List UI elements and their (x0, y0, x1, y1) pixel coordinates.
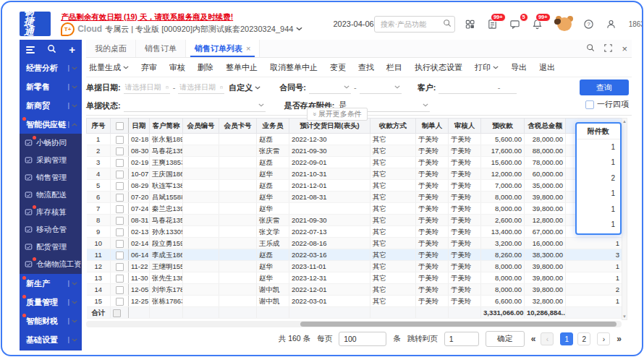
table-row[interactable]: 1106-14李成玉186...赵磊2022-03-16其它于美玲于美玲8,26… (87, 249, 622, 261)
one-row-four-checkbox[interactable] (585, 100, 594, 109)
row-checkbox[interactable] (116, 136, 124, 144)
column-header-会员编号[interactable]: 会员编号 (183, 119, 219, 134)
sidebar-item-6[interactable]: 配货管理 (20, 238, 82, 256)
search-icon[interactable] (443, 17, 452, 30)
contract-from-select[interactable] (309, 82, 351, 94)
sidebar-group-bottom-2[interactable]: 智能财税| (20, 311, 82, 330)
sidebar-item-0[interactable]: 小畅协同 (20, 134, 82, 152)
date-preset-select[interactable]: 自定义 (229, 82, 260, 93)
row-checkbox[interactable] (116, 217, 124, 225)
scroll-up-icon[interactable]: ▲ (622, 119, 627, 124)
sidebar-group-top-1[interactable]: 新零售| (20, 77, 82, 96)
date-from-input[interactable]: 请选择日期 (124, 82, 170, 94)
row-checkbox[interactable] (116, 159, 124, 167)
table-row[interactable]: 1311-30张先生138...赵华2023-12-31其它于美玲于美玲8,00… (87, 272, 622, 284)
close-icon[interactable]: × (622, 45, 627, 53)
table-row[interactable]: 1512-25张栋17863谢中凯2022-03-01其它于美玲于美玲6,600… (87, 296, 622, 307)
sidebar-search-icon[interactable] (47, 43, 56, 56)
horizontal-scrollbar[interactable] (86, 321, 622, 327)
query-button[interactable]: 查询 (580, 79, 629, 95)
column-header-select[interactable] (111, 119, 129, 134)
header-checkbox[interactable] (116, 122, 124, 130)
tab-0[interactable]: 我的桌面 (86, 40, 136, 57)
toolbar-button-10[interactable]: 打印 (475, 62, 499, 73)
row-checkbox[interactable] (116, 263, 124, 271)
row-checkbox[interactable] (116, 171, 124, 178)
contract-to-select[interactable] (360, 82, 402, 94)
account-selector[interactable]: T+ Cloud 专属云 | 专业版 [000920]内部测试账套2023032… (61, 22, 302, 36)
sidebar-group-bottom-1[interactable]: 质量管理| (20, 293, 82, 311)
workbench-icon[interactable] (464, 17, 477, 30)
sidebar-group-bottom-0[interactable]: 新生产| (20, 274, 82, 293)
sidebar-item-1[interactable]: 采购管理 (20, 152, 82, 169)
column-header-收款方式[interactable]: 收款方式 (370, 119, 416, 134)
column-header-业务员[interactable]: 业务员 (257, 119, 289, 134)
jump-page-input[interactable] (444, 332, 479, 346)
sidebar-item-5[interactable]: 移动仓管 (20, 221, 82, 238)
sidebar-item-2[interactable]: 销售管理 (20, 169, 82, 186)
vertical-scrollbar[interactable]: ▲▼ (622, 118, 627, 320)
tab-1[interactable]: 销售订单 (136, 40, 186, 57)
next-page-button[interactable]: › (597, 332, 610, 345)
sidebar-item-4[interactable]: 库存核算 (20, 204, 82, 221)
row-checkbox[interactable] (116, 251, 124, 259)
toolbar-button-6[interactable]: 变更 (330, 62, 346, 73)
bell-icon[interactable]: 99+ (531, 17, 544, 30)
column-header-日期[interactable]: 日期 (129, 119, 150, 134)
mascot-icon[interactable] (554, 16, 573, 33)
row-checkbox[interactable] (116, 240, 124, 248)
toolbar-button-8[interactable]: 栏目 (386, 62, 402, 73)
expand-more-button[interactable]: »展开更多条件 (307, 108, 368, 121)
toolbar-button-4[interactable]: 整单中止 (226, 62, 258, 73)
sidebar-item-7[interactable]: 仓储物流工资 (20, 256, 82, 273)
user-icon[interactable] (605, 17, 618, 30)
toolbar-button-9[interactable]: 执行状态设置 (415, 62, 462, 73)
table-row[interactable]: 508-29耿连军138...赵磊2021-12-01其它于美玲于美玲7,000… (87, 180, 622, 192)
row-checkbox[interactable] (116, 182, 124, 190)
user-id-text[interactable]: 18632... (629, 20, 643, 28)
page-button-2[interactable]: 2 (577, 332, 590, 345)
product-search[interactable] (374, 16, 455, 33)
page-button-1[interactable]: 1 (560, 332, 573, 345)
date-to-input[interactable]: 请选择日期 (178, 82, 224, 94)
sidebar-group-top-2[interactable]: 新商贸| (20, 96, 82, 115)
toolbar-button-1[interactable]: 弃审 (141, 62, 157, 73)
per-page-input[interactable] (339, 332, 386, 346)
fullscreen-icon[interactable] (604, 44, 612, 53)
search-input[interactable] (379, 20, 443, 29)
column-header-序号[interactable]: 序号 (87, 119, 111, 134)
toolbar-button-2[interactable]: 审核 (169, 62, 185, 73)
table-row[interactable]: 1002-14段立勇159...王乐成2022-08-16其它于美玲于美玲3,2… (87, 238, 622, 249)
column-header-制单人[interactable]: 制单人 (416, 119, 449, 134)
row-checkbox[interactable] (116, 205, 124, 213)
table-row[interactable]: 410-07王庆国186...赵华2021-10-31其它于美玲于美玲12,00… (87, 168, 622, 180)
table-row[interactable]: 808-31马春花135...张庆雷2021-09-30其它于美玲于美玲2,60… (87, 215, 622, 226)
toolbar-button-12[interactable]: 退出 (539, 62, 555, 73)
column-header-审核人[interactable]: 审核人 (449, 119, 481, 134)
add-icon[interactable]: + (69, 45, 75, 55)
table-row[interactable]: 208-30马春花135...张庆雷2021-09-30其它于美玲于美玲17,6… (87, 145, 622, 157)
sidebar-group-top-0[interactable]: 经营分析| (20, 59, 82, 77)
one-row-four-option[interactable]: 一行四项 (585, 99, 629, 110)
table-row[interactable]: 902-13孙永13305...张文学2022-07-13其它于美玲于美玲13,… (87, 226, 622, 238)
column-header-预收款[interactable]: 预收款 (481, 119, 525, 134)
prev-page-button[interactable]: ‹ (541, 332, 554, 345)
scrollbar-thumb[interactable] (300, 322, 617, 327)
table-row[interactable]: 607-20吕斌15588...赵华2021-08-31其它于美玲于美玲8,00… (87, 192, 622, 203)
toolbar-button-5[interactable]: 取消整单中止 (270, 62, 318, 73)
menu-icon[interactable] (26, 46, 35, 53)
toolbar-button-11[interactable]: 导出 (511, 62, 527, 73)
license-warning-link[interactable]: 产品剩余有效日期 (19) 天，请联系服务商及时续费! (61, 12, 233, 22)
row-checkbox[interactable] (116, 194, 124, 202)
row-checkbox[interactable] (116, 286, 124, 294)
toolbar-button-0[interactable]: 批量生成 (89, 62, 129, 73)
customer-input[interactable]: - (438, 82, 517, 94)
sidebar-group-bottom-3[interactable]: 基础设置| (20, 330, 82, 349)
table-row[interactable]: 1211-22王继明155...赵华2023-11-01其它于美玲于美玲8,00… (87, 261, 622, 272)
tab-2[interactable]: 销售订单列表× (186, 40, 260, 57)
column-header-客户简称[interactable]: 客户简称 (150, 119, 183, 134)
row-checkbox[interactable] (116, 275, 124, 283)
table-row[interactable]: 1412-05刘华东178...谢中凯2022-12-01其它于美玲于美玲8,0… (87, 284, 622, 296)
sidebar-item-3[interactable]: 物流配送 (20, 186, 82, 204)
sidebar-group-supply-chain[interactable]: 智能供应链| (20, 115, 82, 134)
